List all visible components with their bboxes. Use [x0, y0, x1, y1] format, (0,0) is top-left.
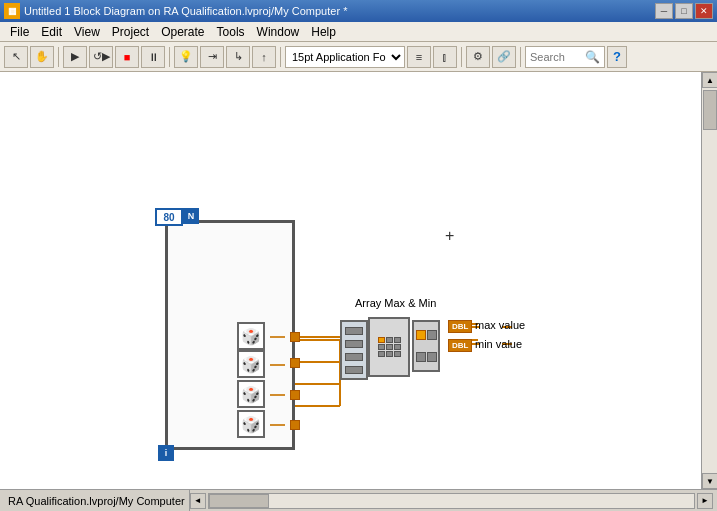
- build-array-block: [340, 320, 368, 380]
- dice-2: 🎲: [237, 350, 265, 378]
- dbl-badge-min: DBL: [448, 339, 472, 352]
- scroll-thumb-v[interactable]: [703, 90, 717, 130]
- abort-button[interactable]: ■: [115, 46, 139, 68]
- menu-operate[interactable]: Operate: [155, 24, 210, 40]
- menu-project[interactable]: Project: [106, 24, 155, 40]
- run-continuous-button[interactable]: ↺▶: [89, 46, 113, 68]
- arrow-tool-button[interactable]: ↖: [4, 46, 28, 68]
- window-title: Untitled 1 Block Diagram on RA Qualifica…: [24, 5, 347, 17]
- search-input[interactable]: [530, 51, 585, 63]
- scroll-left-button[interactable]: ◄: [190, 493, 206, 509]
- wires-svg: [0, 72, 701, 489]
- toolbar-sep-3: [280, 47, 281, 67]
- for-loop-box: [165, 220, 295, 450]
- search-icon: 🔍: [585, 50, 600, 64]
- menu-edit[interactable]: Edit: [35, 24, 68, 40]
- toolbar-sep-4: [461, 47, 462, 67]
- scrollbar-vertical[interactable]: ▲ ▼: [701, 72, 717, 489]
- toolbar-extra1[interactable]: ⚙: [466, 46, 490, 68]
- step-out-button[interactable]: ↑: [252, 46, 276, 68]
- canvas-cursor: +: [445, 227, 454, 245]
- menu-view[interactable]: View: [68, 24, 106, 40]
- align-button[interactable]: ≡: [407, 46, 431, 68]
- toolbar: ↖ ✋ ▶ ↺▶ ■ ⏸ 💡 ⇥ ↳ ↑ 15pt Application Fo…: [0, 42, 717, 72]
- menu-help[interactable]: Help: [305, 24, 342, 40]
- status-location: RA Qualification.lvproj/My Computer: [4, 490, 190, 511]
- tunnel-3: [290, 390, 300, 400]
- step-into-button[interactable]: ↳: [226, 46, 250, 68]
- tunnel-2: [290, 358, 300, 368]
- min-value-label: min value: [475, 338, 522, 350]
- tunnel-4: [290, 420, 300, 430]
- maximize-button[interactable]: □: [675, 3, 693, 19]
- scroll-up-button[interactable]: ▲: [702, 72, 717, 88]
- hscroll-thumb[interactable]: [209, 494, 269, 508]
- font-selector[interactable]: 15pt Application Font: [285, 46, 405, 68]
- array-block-label: Array Max & Min: [355, 297, 436, 309]
- dice-1: 🎲: [237, 322, 265, 350]
- title-bar-text: ▦ Untitled 1 Block Diagram on RA Qualifi…: [4, 3, 347, 19]
- tunnel-1: [290, 332, 300, 342]
- menu-tools[interactable]: Tools: [211, 24, 251, 40]
- scroll-tool-button[interactable]: ✋: [30, 46, 54, 68]
- dice-3: 🎲: [237, 380, 265, 408]
- dbl-badge-max: DBL: [448, 320, 472, 333]
- toolbar-sep-2: [169, 47, 170, 67]
- canvas-area[interactable]: 80 N i 🎲 🎲 🎲 🎲: [0, 72, 701, 489]
- app-icon: ▦: [4, 3, 20, 19]
- array-max-min-block: [368, 317, 410, 377]
- output-indicator-block: [412, 320, 440, 372]
- search-box[interactable]: 🔍: [525, 46, 605, 68]
- horizontal-scroll-area[interactable]: ◄ ►: [190, 490, 713, 511]
- highlight-button[interactable]: 💡: [174, 46, 198, 68]
- status-bar: RA Qualification.lvproj/My Computer ◄ ►: [0, 489, 717, 511]
- step-over-button[interactable]: ⇥: [200, 46, 224, 68]
- main-area: 80 N i 🎲 🎲 🎲 🎲: [0, 72, 717, 489]
- distribute-button[interactable]: ⫿: [433, 46, 457, 68]
- menu-window[interactable]: Window: [251, 24, 306, 40]
- scroll-down-button[interactable]: ▼: [702, 473, 717, 489]
- diagram-content: 80 N i 🎲 🎲 🎲 🎲: [0, 72, 701, 489]
- dice-4: 🎲: [237, 410, 265, 438]
- menu-file[interactable]: File: [4, 24, 35, 40]
- pause-button[interactable]: ⏸: [141, 46, 165, 68]
- max-value-label: max value: [475, 319, 525, 331]
- close-button[interactable]: ✕: [695, 3, 713, 19]
- title-controls: ─ □ ✕: [655, 3, 713, 19]
- loop-n-indicator: N: [183, 208, 199, 224]
- loop-i-indicator: i: [158, 445, 174, 461]
- scroll-track-v[interactable]: [702, 88, 717, 473]
- loop-count-display: 80: [155, 208, 183, 226]
- minimize-button[interactable]: ─: [655, 3, 673, 19]
- toolbar-sep-5: [520, 47, 521, 67]
- title-bar: ▦ Untitled 1 Block Diagram on RA Qualifi…: [0, 0, 717, 22]
- run-button[interactable]: ▶: [63, 46, 87, 68]
- scroll-right-button[interactable]: ►: [697, 493, 713, 509]
- toolbar-sep-1: [58, 47, 59, 67]
- hscroll-track[interactable]: [208, 493, 695, 509]
- menu-bar: File Edit View Project Operate Tools Win…: [0, 22, 717, 42]
- help-button[interactable]: ?: [607, 46, 627, 68]
- toolbar-extra2[interactable]: 🔗: [492, 46, 516, 68]
